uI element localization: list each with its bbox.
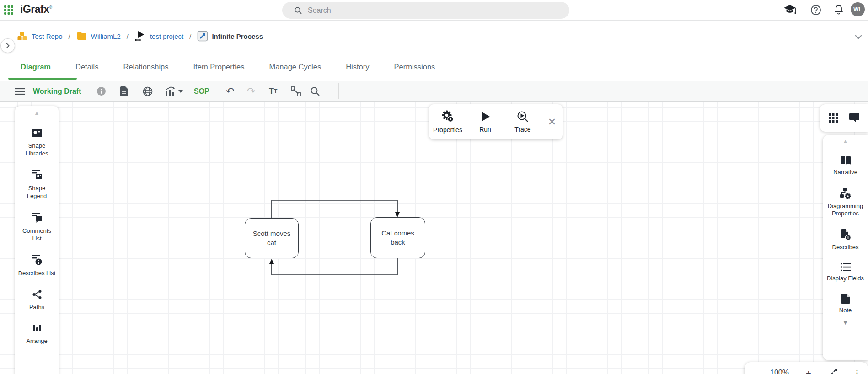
shape-libraries-button[interactable]: Shape Libraries	[18, 128, 56, 157]
comment-bubble-icon[interactable]	[848, 112, 860, 123]
scroll-up-icon[interactable]: ▲	[34, 110, 40, 116]
tabs-row: Diagram Details Relationships Item Prope…	[0, 55, 868, 81]
left-rail-divider	[8, 21, 8, 102]
process-model-icon	[134, 31, 146, 42]
diagramming-properties-icon	[840, 187, 852, 199]
narrative-book-icon	[840, 155, 852, 166]
notifications-bell-icon[interactable]	[833, 4, 844, 16]
breadcrumb-item-repository[interactable]: Test Repo	[17, 31, 63, 41]
diagramming-properties-button[interactable]: Diagramming Properties	[824, 187, 868, 217]
tab-item-properties[interactable]: Item Properties	[181, 63, 257, 71]
trace-magnifier-icon	[517, 111, 529, 123]
paths-share-icon	[32, 289, 42, 299]
more-options-kebab-icon[interactable]: ⋮	[853, 369, 861, 374]
learning-cap-icon[interactable]	[784, 4, 797, 15]
breadcrumb-row: Test Repo / WilliamL2 / test project /	[0, 21, 868, 55]
undo-icon[interactable]: ↶	[226, 81, 234, 101]
breadcrumb-separator: /	[69, 32, 70, 40]
note-page-icon	[840, 294, 851, 304]
breadcrumb-item-current: Infinite Process	[197, 31, 263, 42]
run-button[interactable]: Run	[466, 111, 504, 133]
shape-legend-button[interactable]: Shape Legend	[18, 170, 56, 200]
tab-details[interactable]: Details	[63, 63, 111, 71]
shape-libraries-icon	[32, 128, 43, 138]
describes-doc-icon	[840, 229, 851, 240]
breadcrumb-label: WilliamL2	[91, 32, 121, 40]
search-icon	[294, 6, 302, 15]
paths-button[interactable]: Paths	[18, 289, 56, 311]
performance-chart-icon[interactable]	[165, 81, 183, 101]
version-info-icon[interactable]	[97, 81, 106, 101]
connector-tool-icon[interactable]	[290, 81, 301, 101]
toolbar-divider	[217, 83, 217, 99]
breadcrumb-label: Infinite Process	[212, 32, 263, 40]
active-tab-underline	[8, 78, 77, 80]
zoom-in-icon[interactable]: +	[806, 369, 811, 374]
narrative-button[interactable]: Narrative	[824, 155, 868, 176]
global-search[interactable]	[282, 2, 569, 19]
menu-hamburger-icon[interactable]	[15, 81, 25, 101]
diagram-item-icon	[197, 31, 208, 42]
describes-list-icon	[32, 255, 43, 266]
sop-button[interactable]: SOP	[194, 81, 209, 101]
shape-legend-icon	[32, 170, 43, 181]
scroll-up-icon[interactable]: ▲	[843, 139, 848, 144]
breadcrumb-item-project[interactable]: test project	[134, 31, 183, 42]
text-format-icon[interactable]: TT	[269, 81, 277, 101]
tab-diagram[interactable]: Diagram	[8, 63, 63, 71]
collapse-panel-button[interactable]	[0, 38, 15, 53]
app-launcher-icon[interactable]	[4, 5, 14, 15]
tab-relationships[interactable]: Relationships	[111, 63, 181, 71]
diagram-toolbar: Working Draft SOP ↶ ↷ TT	[0, 81, 868, 102]
close-icon[interactable]: ✕	[541, 116, 563, 128]
tab-manage-cycles[interactable]: Manage Cycles	[257, 63, 333, 71]
breadcrumb-chevron-down-icon[interactable]	[854, 34, 863, 40]
comments-list-icon	[32, 212, 43, 223]
breadcrumb-separator: /	[189, 32, 191, 40]
properties-gear-icon	[441, 110, 454, 123]
note-button[interactable]: Note	[824, 294, 868, 314]
breadcrumb-item-folder[interactable]: WilliamL2	[76, 32, 121, 41]
zoom-level: 100%	[770, 369, 789, 374]
run-play-icon	[479, 111, 491, 123]
document-report-icon[interactable]	[120, 81, 129, 101]
right-tools-panel: ▲ Narrative Diagramming Prope	[823, 135, 868, 360]
help-icon[interactable]	[810, 5, 821, 16]
page-boundary-line	[100, 102, 100, 374]
right-mini-panel	[820, 104, 868, 132]
grid-view-icon[interactable]	[828, 113, 838, 123]
scroll-down-icon[interactable]: ▼	[842, 320, 848, 326]
left-tools-panel: ▲ Shape Libraries Shape Legend Comments …	[15, 106, 59, 374]
version-label[interactable]: Working Draft	[33, 81, 81, 101]
breadcrumb-separator: /	[127, 32, 129, 40]
arrange-button[interactable]: Arrange	[18, 323, 56, 345]
toolbar-divider	[338, 83, 339, 99]
properties-button[interactable]: Properties	[429, 110, 466, 134]
display-fields-button[interactable]: Display Fields	[824, 262, 868, 282]
breadcrumb-label: Test Repo	[32, 32, 63, 40]
shape-action-toolbar: Properties Run Trace ✕	[429, 104, 563, 139]
describes-button[interactable]: Describes	[824, 229, 868, 251]
igrafx-logo: iGrafx®	[20, 3, 52, 16]
user-avatar[interactable]: WL	[851, 2, 865, 16]
diagram-shape-cat-comes-back[interactable]: Cat comes back	[370, 217, 425, 258]
tab-permissions[interactable]: Permissions	[381, 63, 447, 71]
arrange-bars-icon	[32, 323, 42, 333]
zoom-search-icon[interactable]	[310, 81, 320, 101]
diagram-shape-scott-moves-cat[interactable]: Scott moves cat	[245, 218, 299, 258]
search-input[interactable]	[308, 6, 546, 15]
repository-cubes-icon	[17, 31, 28, 41]
zoom-widget: 100% + ⋮	[745, 362, 868, 374]
comments-list-button[interactable]: Comments List	[18, 212, 56, 242]
folder-icon	[76, 32, 87, 41]
shape-label: Scott moves cat	[251, 229, 293, 247]
globe-icon[interactable]	[143, 81, 153, 101]
display-fields-list-icon	[840, 262, 851, 272]
breadcrumb: Test Repo / WilliamL2 / test project /	[17, 31, 263, 42]
tab-history[interactable]: History	[333, 63, 381, 71]
chart-dropdown-caret-icon[interactable]	[178, 90, 183, 93]
diagram-canvas[interactable]: Scott moves cat Cat comes back	[0, 102, 868, 374]
describes-list-button[interactable]: Describes List	[18, 255, 56, 277]
fit-expand-icon[interactable]	[830, 369, 837, 374]
trace-button[interactable]: Trace	[504, 111, 541, 133]
